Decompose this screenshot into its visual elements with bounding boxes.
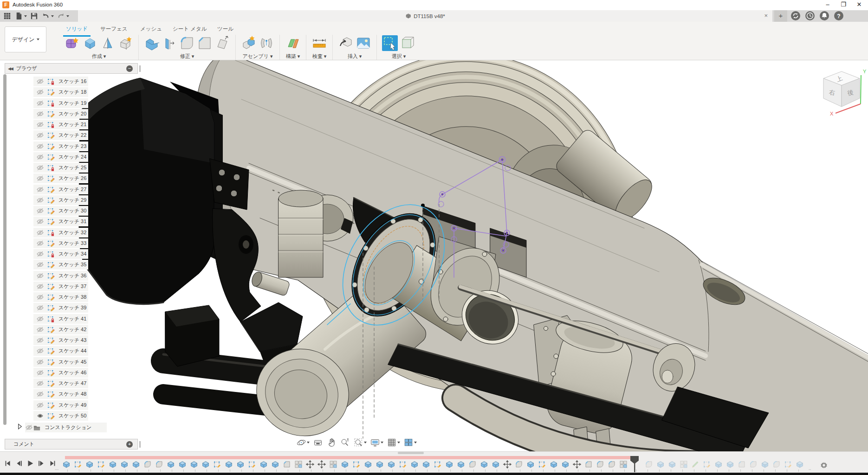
timeline-feature-extrude-icon[interactable] bbox=[259, 460, 268, 469]
ribbon-tab-4[interactable]: シート メタル bbox=[170, 26, 210, 35]
browser-item-sketch[interactable]: スケッチ 30 bbox=[33, 206, 88, 216]
timeline-feature-fillet-icon[interactable] bbox=[596, 460, 605, 469]
qat-save-button[interactable] bbox=[30, 12, 39, 20]
timeline-feature-extrude-icon[interactable] bbox=[445, 460, 454, 469]
joint-icon[interactable] bbox=[258, 35, 275, 51]
browser-resize-handle[interactable] bbox=[139, 65, 141, 72]
timeline-feature-extrude-icon[interactable] bbox=[421, 460, 431, 469]
browser-item-sketch[interactable]: スケッチ 23 bbox=[33, 141, 88, 151]
timeline-feature-sketch-icon[interactable] bbox=[213, 460, 222, 469]
timeline-future-extrude-icon[interactable] bbox=[760, 460, 770, 469]
browser-item-sketch[interactable]: スケッチ 27 bbox=[33, 185, 88, 194]
timeline-feature-extrude-icon[interactable] bbox=[410, 460, 419, 469]
browser-item-sketch[interactable]: スケッチ 36 bbox=[33, 271, 88, 281]
navbar-display-button[interactable] bbox=[370, 437, 383, 448]
timeline-feature-sketch-icon[interactable] bbox=[73, 460, 83, 469]
browser-item-sketch[interactable]: スケッチ 34 bbox=[33, 249, 88, 259]
browser-item-sketch[interactable]: スケッチ 41 bbox=[33, 314, 88, 324]
ribbon-group-label[interactable]: 作成 ▾ bbox=[92, 53, 106, 60]
timeline-feature-extrude-icon[interactable] bbox=[178, 460, 187, 469]
timeline-feature-extrude-icon[interactable] bbox=[201, 460, 210, 469]
timeline-feature-sketch-icon[interactable] bbox=[398, 460, 408, 469]
timeline-settings-gear-icon[interactable] bbox=[820, 461, 828, 469]
visibility-off-icon[interactable] bbox=[36, 207, 44, 215]
timeline-future-fillet-icon[interactable] bbox=[644, 460, 654, 469]
timeline-feature-move-icon[interactable] bbox=[317, 460, 326, 469]
timeline-future-extrude-icon[interactable] bbox=[667, 460, 677, 469]
browser-item-sketch[interactable]: スケッチ 37 bbox=[33, 282, 88, 291]
visibility-off-icon[interactable] bbox=[36, 131, 44, 139]
timeline-feature-fillet-icon[interactable] bbox=[514, 460, 524, 469]
navbar-fit-button[interactable] bbox=[353, 437, 367, 448]
filletBig-icon[interactable] bbox=[179, 35, 195, 51]
timeline-feature-extrude-icon[interactable] bbox=[491, 460, 500, 469]
ribbon-group-label[interactable]: 選択 ▾ bbox=[392, 53, 406, 60]
timeline-feature-pattern-icon[interactable] bbox=[294, 460, 303, 469]
browser-item-sketch[interactable]: スケッチ 16 bbox=[33, 77, 88, 86]
visibility-off-icon[interactable] bbox=[36, 282, 44, 290]
timeline-feature-extrude-icon[interactable] bbox=[479, 460, 489, 469]
ribbon-group-label[interactable]: 構築 ▾ bbox=[286, 53, 300, 60]
browser-panel-header[interactable]: ◀◀ ブラウザ − bbox=[5, 63, 138, 74]
navbar-zoom-button[interactable] bbox=[340, 437, 350, 448]
timeline-future-pattern-icon[interactable] bbox=[679, 460, 688, 469]
timeline-feature-extrude-icon[interactable] bbox=[526, 460, 535, 469]
extensions-icon[interactable] bbox=[790, 11, 801, 21]
timeline-future-extrude-icon[interactable] bbox=[795, 460, 804, 469]
timeline-feature-fillet-icon[interactable] bbox=[607, 460, 616, 469]
visibility-off-icon[interactable] bbox=[36, 336, 44, 344]
timeline-feature-sketch-icon[interactable] bbox=[538, 460, 547, 469]
qat-redo-button[interactable] bbox=[57, 12, 69, 20]
browser-item-sketch[interactable]: スケッチ 33 bbox=[33, 238, 88, 248]
motor-black-box[interactable] bbox=[79, 78, 223, 304]
visibility-off-icon[interactable] bbox=[36, 304, 44, 312]
componentStar-icon[interactable] bbox=[240, 35, 257, 51]
timeline-feature-extrude-icon[interactable] bbox=[549, 460, 558, 469]
timeline-future-chamfer-icon[interactable] bbox=[737, 460, 746, 469]
timeline-feature-sketch-icon[interactable] bbox=[97, 460, 106, 469]
timeline-feature-extrude-icon[interactable] bbox=[108, 460, 117, 469]
timeline-feature-extrude-icon[interactable] bbox=[85, 460, 94, 469]
visibility-off-icon[interactable] bbox=[36, 77, 44, 85]
timeline-feature-chamfer-icon[interactable] bbox=[282, 460, 291, 469]
visibility-off-icon[interactable] bbox=[36, 401, 44, 409]
timeline-scrollbar-thumb[interactable] bbox=[398, 452, 424, 454]
timeline-playhead[interactable] bbox=[629, 456, 640, 472]
visibility-off-icon[interactable] bbox=[36, 326, 44, 334]
timeline-future-extrude-icon[interactable] bbox=[656, 460, 665, 469]
timeline-feature-pattern-icon[interactable] bbox=[619, 460, 628, 469]
viewcube-right-label[interactable]: 後 bbox=[847, 89, 854, 96]
imageIcon-icon[interactable] bbox=[355, 35, 372, 51]
timeline-feature-move-icon[interactable] bbox=[305, 460, 315, 469]
timeline-future-brush-icon[interactable] bbox=[691, 460, 700, 469]
visibility-off-icon[interactable] bbox=[36, 250, 44, 258]
visibility-off-icon[interactable] bbox=[36, 110, 44, 118]
timeline-feature-fillet-icon[interactable] bbox=[143, 460, 152, 469]
browser-item-sketch[interactable]: スケッチ 18 bbox=[33, 87, 88, 97]
browser-item-sketch[interactable]: スケッチ 25 bbox=[33, 163, 88, 173]
timeline-feature-move-icon[interactable] bbox=[503, 460, 512, 469]
visibility-off-icon[interactable] bbox=[36, 121, 44, 128]
timeline-feature-extrude-icon[interactable] bbox=[131, 460, 141, 469]
browser-item-sketch[interactable]: スケッチ 22 bbox=[33, 130, 88, 140]
tab-close-icon[interactable]: × bbox=[764, 12, 768, 19]
measure-icon[interactable] bbox=[311, 35, 328, 51]
browser-item-sketch[interactable]: スケッチ 50 bbox=[33, 411, 88, 421]
visibility-off-icon[interactable] bbox=[36, 174, 44, 182]
visibility-off-icon[interactable] bbox=[36, 99, 44, 107]
playback-play-icon[interactable] bbox=[26, 459, 34, 468]
browser-minimize-icon[interactable]: − bbox=[126, 65, 133, 72]
newbox-icon[interactable] bbox=[64, 35, 81, 51]
browser-item-sketch[interactable]: スケッチ 26 bbox=[33, 173, 88, 183]
visibility-on-icon[interactable] bbox=[36, 412, 44, 420]
viewcube-left-label[interactable]: 右 bbox=[829, 89, 836, 96]
design-workspace-dropdown[interactable]: デザイン bbox=[5, 26, 46, 52]
timeline-feature-fillet-icon[interactable] bbox=[155, 460, 164, 469]
shellArrow-icon[interactable] bbox=[161, 35, 178, 51]
visibility-off-icon[interactable] bbox=[36, 347, 44, 355]
timeline-feature-extrude-icon[interactable] bbox=[561, 460, 570, 469]
job-status-icon[interactable] bbox=[805, 11, 815, 21]
restore-button[interactable]: ❐ bbox=[836, 0, 851, 10]
visibility-off-icon[interactable] bbox=[36, 88, 44, 96]
ribbon-tab-5[interactable]: ツール bbox=[214, 26, 236, 35]
